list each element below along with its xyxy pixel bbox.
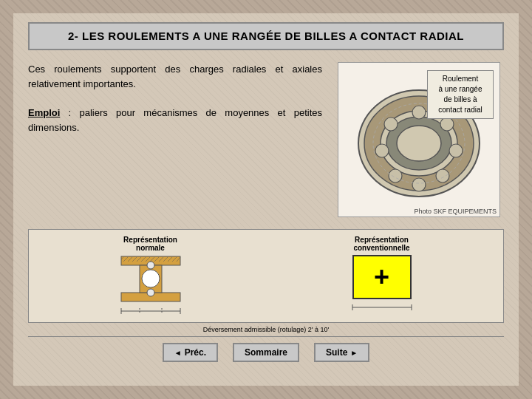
right-column: Roulementà une rangéede billes àcontact …: [334, 62, 504, 217]
dim-lines-conv: [349, 302, 415, 313]
svg-point-6: [440, 117, 454, 131]
svg-point-9: [412, 178, 426, 191]
prev-label: Préc.: [185, 347, 206, 358]
deversement-text: Déversement admissible (rotulage) 2' à 1…: [28, 326, 504, 336]
svg-point-19: [147, 289, 154, 296]
main-container: 2- LES ROULEMENTS A UNE RANGÉE DE BILLES…: [13, 13, 519, 386]
charges-word: charges: [189, 64, 223, 75]
bearing-label: Roulementà une rangéede billes àcontact …: [438, 75, 482, 114]
bearing-label-box: Roulementà une rangéede billes àcontact …: [427, 70, 494, 119]
prev-button[interactable]: Préc.: [163, 343, 218, 362]
dim-lines-normale: [117, 306, 184, 316]
description-paragraph: Ces roulements supportent des charges ra…: [28, 62, 322, 91]
svg-point-17: [142, 270, 160, 287]
left-column: Ces roulements supportent des charges ra…: [28, 62, 322, 217]
svg-point-18: [147, 262, 154, 269]
photo-credit: Photo SKF EQUIPEMENTS: [338, 206, 499, 216]
svg-point-10: [389, 169, 402, 183]
conventional-symbol: +: [352, 255, 412, 299]
emploi-paragraph: Emploi : paliers pour mécanismes de moye…: [28, 106, 322, 134]
rep-conventionnelle-title: Représentationconventionnelle: [353, 236, 409, 252]
sommaire-label: Sommaire: [245, 347, 287, 358]
bearing-image-box: Roulementà une rangéede billes àcontact …: [338, 62, 500, 217]
svg-point-8: [436, 169, 449, 183]
svg-point-11: [375, 144, 389, 157]
suite-button[interactable]: Suite: [314, 343, 369, 362]
rep-conventionnelle: Représentationconventionnelle +: [266, 236, 497, 313]
bottom-nav: Préc. Sommaire Suite: [13, 337, 519, 366]
emploi-description: : paliers pour mécanismes de moyennes et…: [28, 107, 322, 133]
svg-point-12: [384, 117, 398, 131]
sommaire-button[interactable]: Sommaire: [233, 343, 299, 362]
content-area: Ces roulements supportent des charges ra…: [13, 50, 519, 223]
rep-normale: Représentationnormale: [35, 236, 266, 316]
svg-point-4: [397, 126, 441, 161]
normale-svg: [117, 255, 184, 303]
svg-point-7: [449, 144, 463, 157]
rep-normale-title: Représentationnormale: [123, 236, 177, 252]
emploi-label: Emploi: [28, 107, 60, 118]
representations-area: Représentationnormale: [28, 229, 504, 323]
suite-label: Suite: [326, 347, 347, 358]
page-title: 2- LES ROULEMENTS A UNE RANGÉE DE BILLES…: [68, 30, 464, 42]
svg-point-5: [412, 106, 426, 119]
title-bar: 2- LES ROULEMENTS A UNE RANGÉE DE BILLES…: [28, 22, 504, 50]
